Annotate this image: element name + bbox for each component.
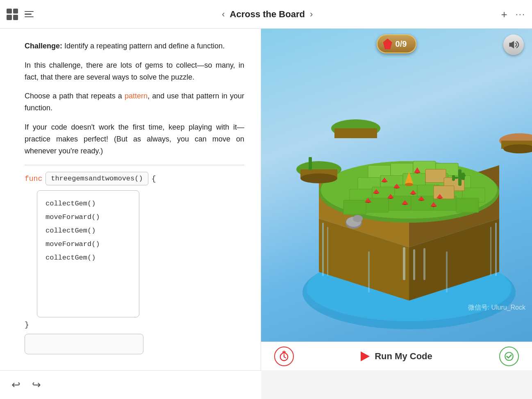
nav-center: ‹ Across the Board › [40, 9, 494, 20]
svg-rect-38 [434, 186, 454, 199]
function-name-input[interactable]: threegemsandtwomoves() [45, 172, 148, 185]
svg-point-84 [505, 352, 513, 360]
code-line-5: collectGem() [45, 251, 131, 264]
check-icon [504, 351, 514, 362]
add-button[interactable]: + [501, 9, 507, 20]
code-block: collectGem() moveForward() collectGem() … [37, 190, 139, 317]
svg-rect-36 [425, 169, 446, 182]
page-title: Across the Board [230, 9, 305, 20]
prev-button[interactable]: ‹ [222, 10, 225, 19]
grid-icon[interactable] [7, 9, 18, 20]
svg-rect-74 [309, 157, 312, 170]
code-line-4: moveForward() [45, 238, 131, 251]
svg-rect-7 [322, 223, 324, 276]
svg-rect-11 [368, 251, 370, 292]
bottom-row: ↩ ↪ [0, 370, 532, 399]
top-bar-left-icons [7, 9, 34, 20]
timer-button[interactable] [274, 347, 294, 366]
bottom-drop-zone[interactable] [25, 334, 143, 354]
svg-rect-45 [452, 175, 455, 181]
timer-icon [278, 351, 290, 362]
next-button[interactable]: › [310, 10, 313, 19]
code-line-3: collectGem() [45, 224, 131, 237]
challenge-label: Challenge: [25, 42, 62, 50]
svg-rect-41 [458, 169, 462, 186]
main-content: Challenge: Identify a repeating pattern … [0, 29, 532, 370]
svg-point-73 [300, 173, 337, 183]
run-code-button[interactable]: Run My Code [361, 351, 432, 362]
svg-rect-43 [462, 173, 465, 180]
check-button[interactable] [499, 347, 519, 366]
undo-button[interactable]: ↩ [11, 378, 20, 391]
play-icon [361, 351, 370, 361]
redo-button[interactable]: ↪ [32, 378, 41, 391]
svg-rect-81 [413, 249, 415, 280]
func-keyword: func [25, 175, 42, 183]
list-icon[interactable] [25, 11, 34, 18]
game-scene: 0/9 [261, 29, 532, 342]
para3: If your code doesn't work the first time… [25, 121, 244, 157]
run-button-label: Run My Code [375, 351, 432, 362]
code-line-2: moveForward() [45, 211, 131, 223]
challenge-paragraph: Challenge: Identify a repeating pattern … [25, 40, 244, 52]
svg-rect-80 [403, 247, 405, 280]
top-navigation-bar: ‹ Across the Board › + ··· [0, 0, 532, 29]
watermark-text: 微信号: Uluru_Rock [468, 303, 525, 312]
opening-brace: { [152, 175, 156, 183]
left-instructions-panel: Challenge: Identify a repeating pattern … [0, 29, 261, 370]
island-scene [286, 87, 532, 333]
svg-rect-35 [456, 198, 479, 212]
para2: Choose a path that repeats a pattern, an… [25, 90, 244, 114]
island-svg [286, 87, 532, 333]
svg-rect-79 [334, 128, 377, 138]
challenge-desc: Identify a repeating pattern and define … [64, 42, 225, 50]
svg-rect-82 [423, 248, 425, 280]
svg-rect-12 [446, 251, 448, 292]
pattern-link[interactable]: pattern [125, 92, 148, 100]
game-controls-bar: Run My Code [261, 342, 532, 370]
game-panel: 0/9 [261, 29, 532, 370]
section-divider [25, 165, 244, 165]
more-options-button[interactable]: ··· [516, 9, 525, 20]
closing-brace: } [25, 321, 244, 329]
svg-point-70 [353, 215, 363, 222]
function-header: func threegemsandtwomoves() { [25, 172, 244, 185]
sound-icon [508, 39, 519, 50]
gem-icon [383, 39, 392, 49]
svg-rect-9 [495, 223, 497, 276]
svg-rect-30 [343, 200, 366, 214]
svg-point-40 [405, 183, 413, 186]
para1: In this challenge, there are lots of gem… [25, 59, 244, 83]
svg-marker-0 [509, 41, 514, 49]
svg-rect-10 [490, 227, 491, 276]
sound-button[interactable] [503, 34, 524, 55]
top-bar-right-icons: + ··· [501, 9, 525, 20]
score-badge: 0/9 [377, 34, 417, 53]
bottom-bar-left: ↩ ↪ [0, 370, 261, 399]
svg-rect-8 [327, 227, 328, 276]
code-line-1: collectGem() [45, 197, 131, 210]
score-text: 0/9 [396, 39, 407, 49]
para2a: Choose a path that repeats a [25, 92, 125, 100]
